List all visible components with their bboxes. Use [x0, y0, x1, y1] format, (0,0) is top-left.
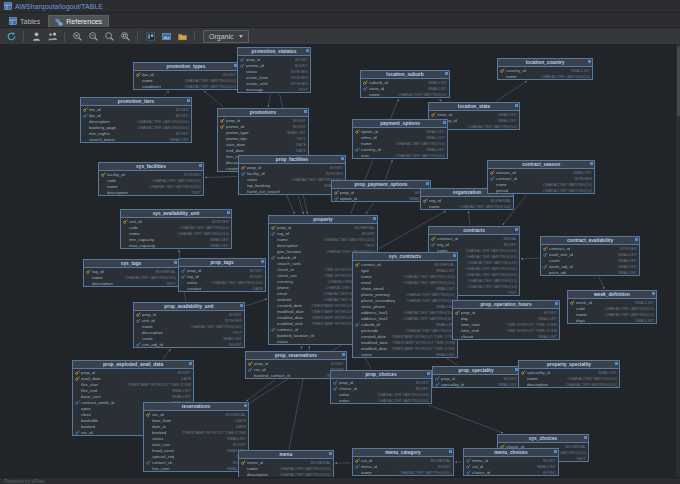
relation-line-promotion_tiers-promotion_types[interactable] [163, 91, 169, 96]
column-row[interactable]: modified_dateTIMESTAMP WITHOUT TIME ZONE [353, 339, 457, 345]
column-row[interactable]: nameCHARACTER VARYING(50) [353, 140, 447, 146]
edit-entity-icon[interactable] [584, 436, 587, 439]
edit-entity-icon[interactable] [445, 72, 448, 75]
column-row[interactable]: codeCHARACTER VARYING(50) [121, 224, 231, 230]
entity-header[interactable]: contract_availability [541, 237, 639, 245]
column-row[interactable]: time_startTIME WITHOUT TIME ZONE [453, 321, 559, 327]
entity-header[interactable]: sys_availability_unit [121, 210, 231, 218]
entity-header[interactable]: prop_payment_options [332, 181, 430, 189]
entity-header[interactable]: location_country [498, 59, 592, 67]
entity-header[interactable]: week_definition [568, 291, 656, 299]
column-row[interactable]: nameCHARACTER VARYING(100) [353, 273, 457, 279]
edit-entity-icon[interactable] [453, 254, 456, 257]
relation-line-prop_facilities-sys_facilities[interactable] [205, 177, 237, 178]
layout-dropdown[interactable]: Organic [203, 30, 249, 43]
column-row[interactable]: address_line1CHARACTER VARYING(100) [353, 309, 457, 315]
relation-line-promotions-promotion_types[interactable] [204, 91, 223, 107]
edit-entity-icon[interactable] [515, 104, 518, 107]
vertical-scrollbar[interactable] [676, 44, 680, 477]
zoom-fit-button[interactable] [118, 30, 132, 44]
entity-reservations[interactable]: reservationsres_idBIGSERIALdate_fromDATE… [143, 402, 249, 472]
edit-entity-icon[interactable] [261, 260, 264, 263]
entity-prop_facilities[interactable]: prop_facilitiesprop_idBIGINTfacility_idI… [238, 155, 346, 195]
column-row[interactable]: nameCHARACTER VARYING(100) [239, 465, 333, 471]
entity-sys_contracts[interactable]: sys_contractscontact_idBIGSERIALtypeSMAL… [352, 252, 458, 358]
column-row[interactable]: enabled_dateTIMESTAMP WITHOUT TIME ZONE [353, 345, 457, 351]
column-row[interactable]: choice_idBIGINT [464, 469, 558, 475]
entity-header[interactable]: reservations [144, 403, 248, 411]
entity-header[interactable]: prop_facilities [239, 156, 345, 164]
column-row[interactable]: booking_pageCHARACTER VARYING(100) [81, 124, 191, 130]
relation-line-prop_availability_unit-property[interactable] [246, 299, 267, 306]
entity-header[interactable]: sys_choices [498, 435, 588, 443]
column-row[interactable]: nameCHARACTER VARYING(50) [568, 311, 656, 317]
column-row[interactable]: created_dateTIMESTAMP WITHOUT TIME ZONE [353, 333, 457, 339]
entity-property_speciality[interactable]: property_specialityspeciality_idSMALLINT… [518, 360, 620, 388]
edit-entity-icon[interactable] [342, 353, 345, 356]
column-row[interactable]: nameCHARACTER VARYING(100) [421, 203, 513, 209]
column-row[interactable]: nameCHARACTER VARYING(100) [269, 236, 377, 242]
column-row[interactable]: option_idSMALLINT [332, 195, 430, 201]
edit-entity-icon[interactable] [174, 261, 177, 264]
relation-line-prop_payment_options-property[interactable] [366, 203, 373, 214]
refresh-button[interactable] [4, 30, 18, 44]
relation-line-location_suburb-location_state[interactable] [437, 99, 441, 101]
entity-header[interactable]: prop_choices [331, 371, 431, 379]
edit-entity-icon[interactable] [329, 452, 332, 455]
column-row[interactable]: nameCHARACTER VARYING(100) [84, 274, 178, 280]
entity-header[interactable]: menu_category [353, 449, 453, 457]
relation-line-prop_choices-sys_choices[interactable] [429, 405, 503, 433]
relation-line-prop_exploded_avail_data-prop_availability_unit[interactable] [163, 349, 171, 359]
entity-header[interactable]: prop_reservations [246, 352, 346, 360]
column-row[interactable]: nameCHARACTER VARYING(50) [361, 91, 449, 97]
column-row[interactable]: createdDATE [179, 285, 265, 291]
entity-location_country[interactable]: location_countrycountry_idSMALLINTnameCH… [497, 58, 593, 80]
column-row[interactable]: nameCHARACTER VARYING(50) [519, 375, 619, 381]
entity-menu_choices[interactable]: menu_choicesmenu_idBIGINTcat_idSMALLINTc… [463, 448, 559, 476]
entity-menu_category[interactable]: menu_categorycat_idBIGSERIALmenu_idBIGIN… [352, 448, 454, 476]
entity-sys_tags[interactable]: sys_tagstag_idBIGSERIALnameCHARACTER VAR… [83, 259, 179, 287]
column-row[interactable]: nameCHARACTER VARYING(50) [488, 181, 594, 187]
entity-prop_payment_options[interactable]: prop_payment_optionsprop_idBIGINToption_… [331, 180, 431, 202]
column-row[interactable]: descriptionCHARACTER VARYING(100) [81, 118, 191, 124]
entity-week_definition[interactable]: week_definitionweek_idSMALLINTcodeCHARAC… [567, 290, 657, 324]
entity-promotion_tiers[interactable]: promotion_tierstier_idBIGINTfpo_idBIGINT… [80, 97, 192, 143]
edit-entity-icon[interactable] [652, 292, 655, 295]
column-row[interactable]: codeCHARACTER VARYING(50) [99, 177, 203, 183]
relation-line-contract_availability-contracts[interactable] [521, 258, 539, 259]
column-row[interactable]: postcodeCHARACTER VARYING(10) [353, 327, 457, 333]
entity-payment_options[interactable]: payment_optionsoption_idSMALLINTrefno_id… [352, 119, 448, 159]
entity-sys_facilities[interactable]: sys_facilitiesfacility_idINTEGERcodeCHAR… [98, 162, 204, 196]
relation-line-location_state-location_country[interactable] [497, 81, 527, 101]
column-row[interactable]: descriptionTEXT [84, 280, 178, 286]
column-row[interactable]: conditionsCHARACTER VARYING(200) [134, 83, 238, 89]
show-attributes-button[interactable] [29, 30, 43, 44]
entity-header[interactable]: location_suburb [361, 71, 449, 79]
column-row[interactable]: nameCHARACTER VARYING(100) [121, 230, 231, 236]
relation-line-prop_facilities-property[interactable] [298, 196, 303, 214]
edit-entity-icon[interactable] [427, 372, 430, 375]
column-row[interactable]: hand_out_searchTEXT [239, 188, 345, 194]
edit-entity-icon[interactable] [555, 302, 558, 305]
edit-entity-icon[interactable] [304, 110, 307, 113]
entity-contract_availability[interactable]: contract_availabilitycontract_idINTEGERa… [540, 236, 640, 276]
edit-entity-icon[interactable] [515, 228, 518, 231]
edit-entity-icon[interactable] [306, 49, 309, 52]
edit-entity-icon[interactable] [187, 99, 190, 102]
save-image-button[interactable] [159, 30, 173, 44]
entity-header[interactable]: sys_tags [84, 260, 178, 268]
edit-entity-icon[interactable] [341, 157, 344, 160]
edit-entity-icon[interactable] [554, 450, 557, 453]
column-row[interactable]: nameCHARACTER VARYING(100) [134, 77, 238, 83]
entity-header[interactable]: sys_facilities [99, 163, 203, 171]
entity-header[interactable]: menu_choices [464, 449, 558, 457]
edit-entity-icon[interactable] [615, 362, 618, 365]
zoom-original-button[interactable] [102, 30, 116, 44]
edit-entity-icon[interactable] [635, 238, 638, 241]
column-row[interactable]: con_adj_idBIGINT [134, 341, 244, 347]
column-row[interactable]: bookedTIMESTAMP WITHOUT TIME ZONE [144, 429, 248, 435]
column-row[interactable]: nameCHARACTER VARYING(100) [99, 183, 203, 189]
column-row[interactable]: valueCHARACTER VARYING(100) [179, 279, 265, 285]
column-row[interactable]: nameCHARACTER VARYING(100) [134, 323, 244, 329]
relation-line-promotion_statatus-promotions[interactable] [268, 94, 270, 107]
